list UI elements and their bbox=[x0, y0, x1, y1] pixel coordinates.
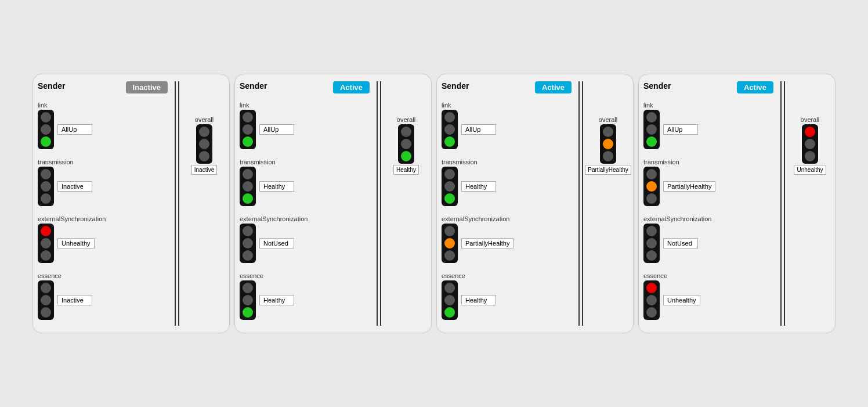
off-light bbox=[444, 250, 455, 261]
green-light bbox=[243, 136, 253, 147]
overall-label: overall bbox=[195, 116, 214, 123]
off-light bbox=[41, 169, 51, 179]
off-light bbox=[199, 151, 209, 161]
traffic-light-row: Unhealthy bbox=[643, 280, 773, 320]
overall-status-label: PartiallyHealthy bbox=[585, 165, 631, 175]
traffic-light bbox=[38, 280, 54, 320]
off-light bbox=[41, 181, 51, 192]
divider bbox=[578, 81, 580, 326]
traffic-light-row: NotUsed bbox=[643, 224, 773, 263]
off-light bbox=[243, 124, 253, 135]
off-light bbox=[243, 181, 253, 192]
off-light bbox=[646, 238, 657, 248]
off-light bbox=[603, 151, 613, 161]
sender-title: Sender bbox=[442, 81, 469, 91]
off-light bbox=[243, 169, 253, 179]
divider bbox=[175, 81, 176, 326]
off-light bbox=[805, 139, 815, 149]
off-light bbox=[243, 238, 253, 248]
section-label: externalSynchronization bbox=[442, 215, 572, 222]
section-label: transmission bbox=[240, 159, 370, 165]
section-status-label: Inactive bbox=[57, 181, 92, 192]
section-externalSynchronization: externalSynchronizationNotUsed bbox=[643, 212, 773, 265]
section-status-label: Unhealthy bbox=[663, 295, 700, 305]
traffic-light-row: Healthy bbox=[240, 167, 370, 206]
panel-header: SenderInactive bbox=[38, 81, 168, 93]
traffic-light bbox=[38, 167, 54, 206]
section-link: linkAllUp bbox=[240, 98, 370, 152]
divider bbox=[377, 81, 378, 326]
section-status-label: Unhealthy bbox=[57, 238, 95, 248]
off-light bbox=[243, 283, 253, 293]
traffic-light-row: PartiallyHealthy bbox=[643, 167, 773, 206]
sender-title: Sender bbox=[38, 81, 65, 91]
panel-left: SenderInactivelinkAllUptransmissionInact… bbox=[38, 81, 172, 326]
off-light bbox=[243, 226, 253, 236]
section-link: linkAllUp bbox=[442, 98, 572, 152]
panel-right: overallHealthy bbox=[380, 81, 426, 326]
traffic-light-row: AllUp bbox=[240, 110, 370, 149]
section-label: externalSynchronization bbox=[38, 215, 168, 222]
section-label: link bbox=[38, 102, 168, 109]
section-status-label: Inactive bbox=[57, 295, 92, 305]
overall-status-label: Healthy bbox=[393, 165, 419, 175]
overall-status-label: Inactive bbox=[191, 165, 217, 175]
panel-right: overallPartiallyHealthy bbox=[582, 81, 628, 326]
green-light bbox=[444, 136, 455, 147]
green-light bbox=[646, 136, 657, 147]
off-light bbox=[41, 250, 51, 261]
section-externalSynchronization: externalSynchronizationPartiallyHealthy bbox=[442, 212, 572, 265]
section-label: link bbox=[643, 102, 773, 109]
traffic-light bbox=[196, 124, 212, 164]
section-transmission: transmissionHealthy bbox=[442, 155, 572, 208]
section-label: essence bbox=[38, 272, 168, 279]
panel-header: SenderActive bbox=[240, 81, 370, 93]
traffic-light-row: Healthy bbox=[442, 167, 572, 206]
off-light bbox=[646, 193, 657, 204]
section-transmission: transmissionInactive bbox=[38, 155, 168, 208]
panel-header: SenderActive bbox=[643, 81, 773, 93]
traffic-light bbox=[240, 110, 256, 149]
traffic-light bbox=[240, 280, 256, 320]
traffic-light-row: NotUsed bbox=[240, 224, 370, 263]
section-status-label: AllUp bbox=[461, 124, 496, 135]
off-light bbox=[41, 124, 51, 135]
traffic-light-row: Healthy bbox=[442, 280, 572, 320]
off-light bbox=[243, 295, 253, 305]
off-light bbox=[646, 250, 657, 261]
off-light bbox=[805, 151, 815, 161]
panel-left: SenderActivelinkAllUptransmissionHealthy… bbox=[240, 81, 374, 326]
traffic-light bbox=[442, 110, 458, 149]
panel-left: SenderActivelinkAllUptransmissionHealthy… bbox=[442, 81, 576, 326]
status-badge: Inactive bbox=[126, 81, 168, 93]
sender-title: Sender bbox=[643, 81, 671, 91]
traffic-light-row: Inactive bbox=[38, 167, 168, 206]
traffic-light-row: AllUp bbox=[442, 110, 572, 149]
off-light bbox=[41, 295, 51, 305]
section-label: externalSynchronization bbox=[240, 215, 370, 222]
red-light bbox=[646, 283, 657, 293]
status-badge: Active bbox=[535, 81, 572, 93]
traffic-light-row: PartiallyHealthy bbox=[442, 224, 572, 263]
status-badge: Active bbox=[333, 81, 370, 93]
traffic-light bbox=[398, 124, 414, 164]
section-status-label: NotUsed bbox=[663, 238, 698, 248]
overall-label: overall bbox=[599, 116, 617, 123]
traffic-light bbox=[643, 167, 660, 206]
traffic-light bbox=[643, 110, 660, 149]
red-light bbox=[805, 127, 815, 137]
section-status-label: PartiallyHealthy bbox=[461, 238, 513, 248]
traffic-light-row: Unhealthy bbox=[38, 224, 168, 263]
off-light bbox=[646, 295, 657, 305]
section-link: linkAllUp bbox=[643, 98, 773, 152]
green-light bbox=[444, 193, 455, 204]
panel-1: SenderInactivelinkAllUptransmissionInact… bbox=[32, 74, 230, 333]
off-light bbox=[41, 193, 51, 204]
section-essence: essenceUnhealthy bbox=[643, 269, 773, 322]
off-light bbox=[444, 112, 455, 123]
off-light bbox=[401, 139, 411, 149]
section-essence: essenceHealthy bbox=[240, 269, 370, 322]
off-light bbox=[646, 226, 657, 236]
panel-right: overallUnhealthy bbox=[784, 81, 830, 326]
section-status-label: Healthy bbox=[461, 181, 496, 192]
